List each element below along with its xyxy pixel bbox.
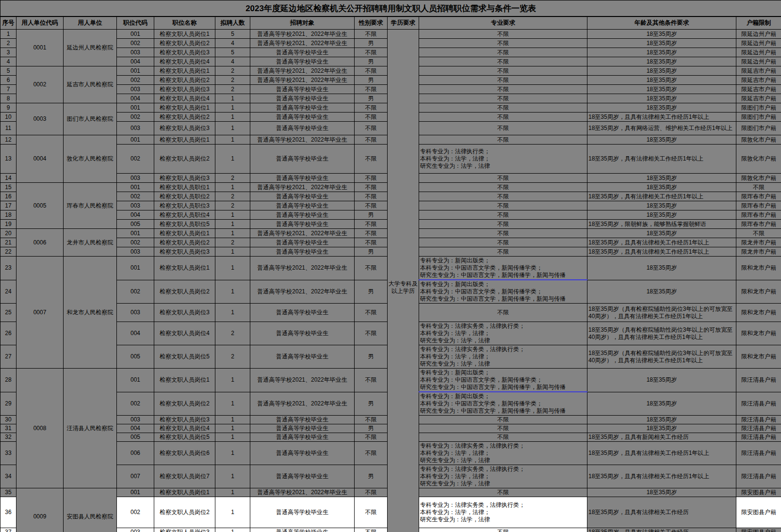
cell-age: 18至35周岁，具有法律相关工作经历1年以上 <box>587 145 736 174</box>
cell-gender: 不限 <box>355 122 388 135</box>
cell-pos-name: 检察文职人员岗位2 <box>154 39 215 48</box>
cell-pos-name: 检察文职人员岗位2 <box>154 392 215 416</box>
cell-major: 不限 <box>419 528 587 532</box>
cell-major: 不限 <box>419 433 587 442</box>
cell-hukou: 限汪清县户籍 <box>736 424 781 433</box>
cell-gender: 不限 <box>355 369 388 392</box>
cell-employer: 安图县人民检察院 <box>64 488 117 532</box>
cell-major: 不限 <box>419 220 587 229</box>
cell-employer: 延吉市人民检察院 <box>64 66 117 103</box>
cell-seq: 22 <box>0 247 16 257</box>
cell-major: 不限 <box>419 30 587 39</box>
cell-count: 2 <box>215 322 250 345</box>
cell-seq: 1 <box>0 30 16 39</box>
cell-gender: 不限 <box>355 145 388 174</box>
column-header-edu: 学历要求 <box>388 16 419 30</box>
cell-pos-code: 001 <box>117 183 154 192</box>
cell-count: 1 <box>215 122 250 135</box>
cell-age: 18至35周岁，限朝鲜族，能够熟练掌握朝鲜语 <box>587 220 736 229</box>
cell-seq: 11 <box>0 122 16 135</box>
cell-pos-name: 检察文职人员岗位4 <box>154 424 215 433</box>
cell-gender: 不限 <box>355 183 388 192</box>
cell-pos-code: 001 <box>117 229 154 238</box>
cell-pos-name: 检察文职人员职位1 <box>154 183 215 192</box>
cell-major: 不限 <box>419 135 587 145</box>
cell-seq: 37 <box>0 528 16 532</box>
cell-gender: 不限 <box>355 257 388 280</box>
cell-seq: 30 <box>0 416 16 424</box>
cell-target: 普通高等学校毕业生 <box>250 304 355 322</box>
cell-seq: 21 <box>0 238 16 247</box>
cell-pos-code: 002 <box>117 39 154 48</box>
cell-pos-code: 002 <box>117 192 154 201</box>
cell-target: 普通高等学校2021、2022年毕业生 <box>250 39 355 48</box>
cell-count: 1 <box>215 433 250 442</box>
cell-gender: 不限 <box>355 304 388 322</box>
cell-seq: 9 <box>0 103 16 113</box>
cell-pos-name: 检察文职人员岗位3 <box>154 247 215 257</box>
cell-target: 普通高等学校2021、2022年毕业生 <box>250 392 355 416</box>
cell-employer: 汪清县人民检察院 <box>64 369 117 488</box>
cell-hukou: 限图们市户籍 <box>736 122 781 135</box>
cell-gender: 不限 <box>355 48 388 57</box>
cell-target: 普通高等学校毕业生 <box>250 465 355 488</box>
cell-age: 18至35周岁 <box>587 257 736 280</box>
cell-pos-name: 检察文职人员职位3 <box>154 201 215 210</box>
cell-target: 普通高等学校毕业生 <box>250 94 355 103</box>
cell-hukou: 不限 <box>736 183 781 192</box>
cell-count: 1 <box>215 183 250 192</box>
cell-seq: 10 <box>0 113 16 122</box>
cell-target: 普通高等学校2021、2022年毕业生 <box>250 66 355 76</box>
cell-pos-name: 检察文职人员岗位6 <box>154 442 215 465</box>
cell-age: 18至35周岁 <box>587 94 736 103</box>
cell-gender: 男 <box>355 280 388 304</box>
cell-pos-code: 002 <box>117 497 154 528</box>
cell-employer-code: 0009 <box>16 488 64 532</box>
cell-pos-name: 检察文职人员岗位4 <box>154 57 215 66</box>
spreadsheet-view: 2023年度延边地区检察机关公开招聘聘用制文职人员招聘职位需求与条件一览表 序号… <box>0 0 781 532</box>
cell-major: 不限 <box>419 229 587 238</box>
cell-employer-code: 0003 <box>16 103 64 135</box>
cell-target: 普通高等学校毕业生 <box>250 238 355 247</box>
cell-target: 普通高等学校毕业生 <box>250 497 355 528</box>
cell-gender: 不限 <box>355 85 388 94</box>
cell-pos-name: 检察文职人员岗位2 <box>154 280 215 304</box>
cell-count: 1 <box>215 304 250 322</box>
cell-target: 普通高等学校毕业生 <box>250 416 355 424</box>
cell-target: 普通高等学校毕业生 <box>250 528 355 532</box>
cell-seq: 26 <box>0 322 16 345</box>
cell-target: 普通高等学校毕业生 <box>250 48 355 57</box>
cell-age: 18至35周岁，且具有法律相关工作经历1年以上 <box>587 442 736 465</box>
cell-count: 2 <box>215 238 250 247</box>
cell-major: 专科专业为：法律实务类，法律执行类； 本科专业为：法学，法律； 研究生专业为：法… <box>419 465 587 488</box>
cell-major: 不限 <box>419 113 587 122</box>
cell-employer: 图们市人民检察院 <box>64 103 117 135</box>
cell-pos-code: 001 <box>117 135 154 145</box>
cell-target: 普通高等学校毕业生 <box>250 145 355 174</box>
cell-pos-code: 001 <box>117 488 154 497</box>
cell-age: 18至35周岁，且具有法律相关工作经历1年以上 <box>587 113 736 122</box>
cell-count: 2 <box>215 201 250 210</box>
cell-major: 不限 <box>419 85 587 94</box>
cell-seq: 33 <box>0 442 16 465</box>
cell-age: 18至35周岁，且具有法律相关工作经历 <box>587 528 736 532</box>
cell-count: 2 <box>215 76 250 85</box>
cell-pos-name: 检察文职人员岗位1 <box>154 135 215 145</box>
cell-seq: 8 <box>0 94 16 103</box>
column-header-major: 专业要求 <box>419 16 587 30</box>
cell-hukou: 限珲春市户籍 <box>736 192 781 201</box>
cell-employer: 龙井市人民检察院 <box>64 229 117 257</box>
cell-age: 18至35周岁 <box>587 48 736 57</box>
cell-pos-code: 004 <box>117 94 154 103</box>
cell-seq: 35 <box>0 488 16 497</box>
cell-hukou: 限和龙市户籍 <box>736 304 781 322</box>
cell-major: 专科专业为：新闻出版类； 本科专业为：中国语言文学类，新闻传播学类； 研究生专业… <box>419 369 587 392</box>
cell-gender: 不限 <box>355 174 388 183</box>
cell-seq: 17 <box>0 201 16 210</box>
cell-count: 1 <box>215 94 250 103</box>
cell-employer: 敦化市人民检察院 <box>64 135 117 183</box>
cell-hukou: 限汪清县户籍 <box>736 369 781 392</box>
cell-target: 普通高等学校毕业生 <box>250 322 355 345</box>
cell-major: 不限 <box>419 238 587 247</box>
cell-employer-code: 0002 <box>16 66 64 103</box>
